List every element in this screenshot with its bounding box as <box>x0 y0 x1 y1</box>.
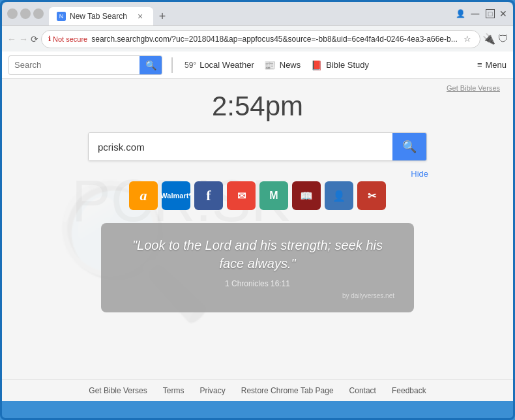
local-weather-label: Local Weather <box>199 60 254 70</box>
restore-win-button[interactable]: □ <box>486 9 495 18</box>
footer-restore-chrome[interactable]: Restore Chrome Tab Page <box>241 386 334 395</box>
reload-button[interactable]: ⟳ <box>31 30 38 48</box>
divider <box>171 57 173 73</box>
tab-favicon: N <box>57 12 66 21</box>
bible-verse-box: "Look to the Lord and his strength; seek… <box>101 223 414 312</box>
walmart-shortcut[interactable]: Walmart* <box>162 181 190 210</box>
site-topbar: 🔍 59° Local Weather 📰 News 📕 Bible Study <box>2 52 513 79</box>
bible-study-nav-item[interactable]: 📕 Bible Study <box>310 59 369 72</box>
main-search-button[interactable]: 🔍 <box>392 132 426 161</box>
footer-feedback[interactable]: Feedback <box>392 386 426 395</box>
service1-shortcut[interactable]: 👤 <box>325 181 353 210</box>
tab-close-button[interactable]: × <box>135 11 145 22</box>
kindle-shortcut[interactable]: 📖 <box>292 181 321 210</box>
title-bar: N New Tab Search × + 👤 ─ □ ✕ <box>2 2 513 25</box>
forward-button[interactable]: → <box>19 30 28 48</box>
bookmark-icon[interactable]: ☆ <box>462 33 473 45</box>
hamburger-icon: ≡ <box>477 60 482 70</box>
menu-button[interactable]: ≡ Menu <box>477 60 507 70</box>
tab-title: New Tab Search <box>70 12 127 21</box>
site-main: 🔍 PCR!SK Get Bible Verses 2:54pm 🔍 Hide … <box>2 79 513 401</box>
footer-terms[interactable]: Terms <box>163 386 184 395</box>
close-button[interactable] <box>33 8 44 19</box>
not-secure-indicator: ℹ Not secure <box>48 35 87 43</box>
gmail-shortcut[interactable]: ✉ <box>227 181 256 210</box>
bible-reference: 1 Chronicles 16:11 <box>121 279 394 288</box>
news-label: News <box>280 60 301 70</box>
main-search-input[interactable] <box>89 133 392 160</box>
bible-quote: "Look to the Lord and his strength; seek… <box>121 236 394 273</box>
back-button[interactable]: ← <box>7 30 16 48</box>
site-search-box: 🔍 <box>8 55 162 75</box>
profile-icon[interactable]: 👤 <box>456 9 465 18</box>
menu-label: Menu <box>485 60 507 70</box>
close-win-button[interactable]: ✕ <box>499 9 508 18</box>
new-tab-button[interactable]: + <box>153 7 171 25</box>
footer-contact[interactable]: Contact <box>349 386 376 395</box>
nav-bar: ← → ⟳ ℹ Not secure search.searchgbv.com/… <box>2 25 513 52</box>
bible-credit: by dailyverses.net <box>121 292 394 299</box>
site-search-button[interactable]: 🔍 <box>140 55 162 75</box>
mint-shortcut[interactable]: M <box>259 181 288 210</box>
window-controls <box>7 8 44 19</box>
main-search-container: 🔍 <box>88 132 427 161</box>
shield-icon[interactable]: 🛡 <box>497 33 509 45</box>
search-icon: 🔍 <box>402 140 417 154</box>
time-display: 2:54pm <box>212 91 303 122</box>
address-bar[interactable]: ℹ Not secure search.searchgbv.com/?uc=20… <box>41 30 480 48</box>
more-options-icon[interactable]: ⋮ <box>512 33 515 45</box>
browser-content: 🔍 59° Local Weather 📰 News 📕 Bible Study <box>2 52 513 401</box>
amazon-shortcut[interactable]: a <box>129 181 158 210</box>
footer-get-bible-verses[interactable]: Get Bible Verses <box>89 386 147 395</box>
site-content: Get Bible Verses 2:54pm 🔍 Hide a Walmart… <box>2 79 513 312</box>
address-actions: ☆ <box>462 33 473 45</box>
site-search-input[interactable] <box>9 60 140 70</box>
browser-toolbar: 🔌 🛡 ⋮ <box>483 33 515 45</box>
search-icon: 🔍 <box>145 60 156 70</box>
hide-button[interactable]: Hide <box>411 169 428 179</box>
temperature-badge: 59° <box>184 61 196 70</box>
lock-icon: ℹ <box>48 35 51 43</box>
bible-study-label: Bible Study <box>326 60 369 70</box>
site-footer: Get Bible Verses Terms Privacy Restore C… <box>2 379 513 401</box>
service2-shortcut[interactable]: ✂ <box>357 181 386 210</box>
news-nav-item[interactable]: 📰 News <box>263 59 301 72</box>
site-nav-items: 59° Local Weather 📰 News 📕 Bible Study ≡… <box>169 57 507 73</box>
shortcuts-row: a Walmart* f ✉ M 📖 👤 ✂ <box>129 181 386 210</box>
maximize-button[interactable] <box>20 8 31 19</box>
get-bible-verses-link[interactable]: Get Bible Verses <box>447 84 500 92</box>
browser-tab[interactable]: N New Tab Search × <box>49 7 153 25</box>
url-text: search.searchgbv.com/?uc=20180418&ap=app… <box>91 35 458 44</box>
bible-icon: 📕 <box>310 59 323 72</box>
minimize-button[interactable] <box>7 8 18 19</box>
minimize-win-button[interactable]: ─ <box>469 9 482 18</box>
footer-privacy[interactable]: Privacy <box>199 386 225 395</box>
news-icon: 📰 <box>263 59 276 72</box>
extensions-icon[interactable]: 🔌 <box>483 33 495 45</box>
facebook-shortcut[interactable]: f <box>194 181 223 210</box>
weather-nav-item[interactable]: 59° Local Weather <box>184 60 254 70</box>
